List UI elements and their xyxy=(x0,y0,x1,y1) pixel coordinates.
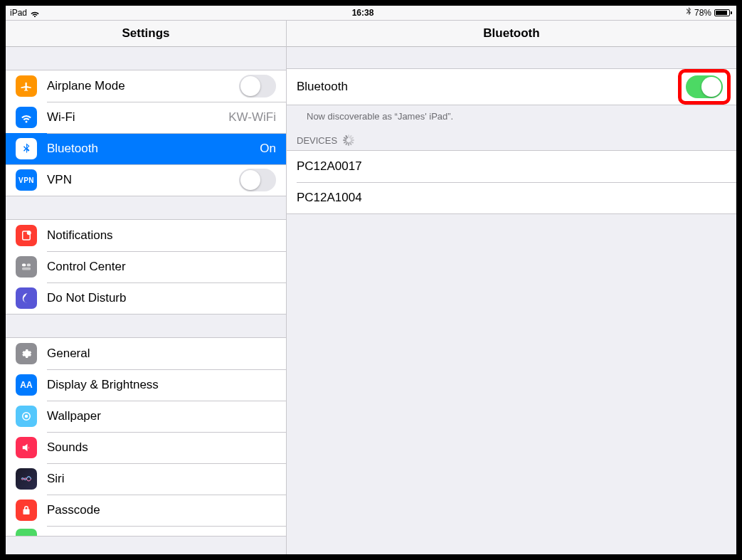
sidebar-item-label: Airplane Mode xyxy=(47,79,239,93)
sidebar-item-control-center[interactable]: Control Center xyxy=(6,251,286,282)
sidebar-item-notifications[interactable]: Notifications xyxy=(6,220,286,251)
sidebar-item-label: General xyxy=(47,347,276,361)
sidebar-item-label: Wi-Fi xyxy=(47,110,223,125)
wallpaper-icon xyxy=(16,406,37,427)
wifi-network-value: KW-WiFi xyxy=(228,110,276,125)
sidebar-item-airplane-mode[interactable]: Airplane Mode xyxy=(6,70,286,102)
sidebar-item-bluetooth[interactable]: Bluetooth On xyxy=(6,133,286,164)
sidebar-item-partial[interactable] xyxy=(6,526,286,536)
battery-percent: 78% xyxy=(694,8,711,18)
sidebar-item-display-brightness[interactable]: AA Display & Brightness xyxy=(6,369,286,401)
discoverable-text: Now discoverable as “James' iPad”. xyxy=(297,105,726,122)
sidebar-item-label: Notifications xyxy=(47,228,276,243)
detail-pane: Bluetooth Bluetooth Now discoverable as … xyxy=(287,21,736,554)
sidebar-item-wifi[interactable]: Wi-Fi KW-WiFi xyxy=(6,102,286,133)
display-icon: AA xyxy=(16,374,37,396)
sidebar-item-wallpaper[interactable]: Wallpaper xyxy=(6,401,286,432)
device-label: iPad xyxy=(10,8,27,18)
sidebar-item-label: Siri xyxy=(47,472,276,486)
sidebar-item-siri[interactable]: Siri xyxy=(6,463,286,495)
bluetooth-toggle-label: Bluetooth xyxy=(297,80,678,94)
sidebar-item-label: Do Not Disturb xyxy=(47,291,276,305)
control-center-icon xyxy=(16,256,37,278)
gear-icon xyxy=(16,343,37,364)
svg-rect-3 xyxy=(27,264,31,267)
bluetooth-icon xyxy=(16,138,37,159)
sidebar-item-passcode[interactable]: Passcode xyxy=(6,495,286,526)
sidebar-item-label: Sounds xyxy=(47,440,276,455)
sidebar-item-do-not-disturb[interactable]: Do Not Disturb xyxy=(6,282,286,314)
sidebar-item-sounds[interactable]: Sounds xyxy=(6,432,286,463)
highlight-annotation xyxy=(678,69,731,105)
airplane-icon xyxy=(16,75,37,97)
settings-sidebar: Settings Airplane Mode xyxy=(6,21,287,554)
device-row[interactable]: PC12A0017 xyxy=(287,151,736,182)
device-name: PC12A1004 xyxy=(297,191,726,205)
detail-title: Bluetooth xyxy=(287,21,736,47)
sidebar-item-vpn[interactable]: VPN VPN xyxy=(6,164,286,196)
bluetooth-status-icon xyxy=(686,7,691,19)
devices-header: DEVICES xyxy=(297,135,337,146)
wifi-status-icon xyxy=(30,9,40,17)
status-bar: iPad 16:38 78% xyxy=(6,6,736,20)
airplane-mode-toggle[interactable] xyxy=(239,75,276,97)
vpn-icon: VPN xyxy=(16,169,37,191)
sidebar-item-label: VPN xyxy=(47,173,239,187)
sidebar-item-label: Bluetooth xyxy=(47,142,254,156)
sidebar-item-general[interactable]: General xyxy=(6,338,286,369)
siri-icon xyxy=(16,468,37,490)
svg-rect-2 xyxy=(22,264,26,267)
loading-spinner-icon xyxy=(343,134,354,146)
svg-rect-4 xyxy=(22,268,31,270)
lock-icon xyxy=(16,500,37,521)
sidebar-item-label: Passcode xyxy=(47,503,276,517)
svg-point-1 xyxy=(27,231,31,235)
vpn-toggle[interactable] xyxy=(239,169,276,191)
sidebar-item-label: Control Center xyxy=(47,260,276,274)
bluetooth-toggle-row[interactable]: Bluetooth xyxy=(287,69,736,105)
svg-point-6 xyxy=(25,415,28,418)
notifications-icon xyxy=(16,225,37,246)
bluetooth-status-value: On xyxy=(260,142,276,156)
device-row[interactable]: PC12A1004 xyxy=(287,182,736,213)
clock: 16:38 xyxy=(40,8,686,18)
battery-icon xyxy=(714,9,732,16)
bluetooth-toggle[interactable] xyxy=(686,75,723,98)
partial-icon xyxy=(16,529,37,536)
sounds-icon xyxy=(16,437,37,458)
sidebar-item-label: Display & Brightness xyxy=(47,378,276,392)
moon-icon xyxy=(16,287,37,309)
device-name: PC12A0017 xyxy=(297,159,726,174)
sidebar-title: Settings xyxy=(6,21,286,47)
wifi-icon xyxy=(16,107,37,128)
sidebar-item-label: Wallpaper xyxy=(47,409,276,423)
